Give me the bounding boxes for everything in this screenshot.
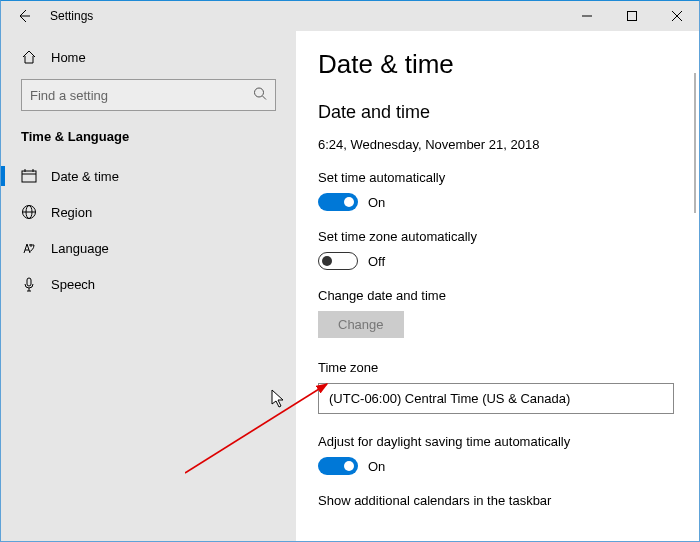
page-title: Date & time — [318, 49, 699, 80]
back-arrow-icon — [16, 8, 32, 24]
home-label: Home — [51, 50, 86, 65]
home-icon — [21, 49, 37, 65]
section-heading: Date and time — [318, 102, 699, 123]
close-button[interactable] — [654, 1, 699, 30]
titlebar: Settings — [1, 1, 699, 31]
nav-item-label: Language — [51, 241, 109, 256]
category-heading: Time & Language — [1, 129, 296, 158]
sidebar: Home Find a setting Time & Language Date… — [1, 31, 296, 541]
set-time-auto-toggle[interactable] — [318, 193, 358, 211]
nav-language[interactable]: Language — [1, 230, 296, 266]
main-panel: Date & time Date and time 6:24, Wednesda… — [296, 31, 699, 541]
nav-item-label: Region — [51, 205, 92, 220]
nav-region[interactable]: Region — [1, 194, 296, 230]
language-icon — [21, 240, 37, 256]
globe-icon — [21, 204, 37, 220]
timezone-label: Time zone — [318, 360, 699, 375]
svg-point-4 — [255, 88, 264, 97]
set-time-auto-state: On — [368, 195, 385, 210]
microphone-icon — [21, 276, 37, 292]
dst-toggle[interactable] — [318, 457, 358, 475]
nav-date-time[interactable]: Date & time — [1, 158, 296, 194]
set-tz-auto-state: Off — [368, 254, 385, 269]
dst-state: On — [368, 459, 385, 474]
current-datetime: 6:24, Wednesday, November 21, 2018 — [318, 137, 699, 152]
change-button: Change — [318, 311, 404, 338]
search-placeholder: Find a setting — [30, 88, 108, 103]
nav-speech[interactable]: Speech — [1, 266, 296, 302]
settings-window: Settings Home Find a setting Time & Lang… — [0, 0, 700, 542]
back-button[interactable] — [1, 1, 46, 30]
set-tz-auto-toggle[interactable] — [318, 252, 358, 270]
svg-line-5 — [263, 96, 267, 100]
timezone-select[interactable]: (UTC-06:00) Central Time (US & Canada) — [318, 383, 674, 414]
set-time-auto-label: Set time automatically — [318, 170, 699, 185]
content-area: Home Find a setting Time & Language Date… — [1, 31, 699, 541]
minimize-button[interactable] — [564, 1, 609, 30]
window-controls — [564, 1, 699, 30]
scrollbar[interactable] — [694, 73, 696, 213]
nav-item-label: Date & time — [51, 169, 119, 184]
change-datetime-label: Change date and time — [318, 288, 699, 303]
search-input[interactable]: Find a setting — [21, 79, 276, 111]
nav-item-label: Speech — [51, 277, 95, 292]
dst-label: Adjust for daylight saving time automati… — [318, 434, 699, 449]
home-nav[interactable]: Home — [1, 45, 296, 79]
svg-rect-1 — [627, 11, 636, 20]
svg-rect-6 — [22, 171, 36, 182]
extra-cal-label: Show additional calendars in the taskbar — [318, 493, 699, 508]
window-title: Settings — [50, 9, 564, 23]
date-time-icon — [21, 168, 37, 184]
maximize-button[interactable] — [609, 1, 654, 30]
svg-rect-13 — [27, 278, 31, 286]
timezone-value: (UTC-06:00) Central Time (US & Canada) — [329, 391, 570, 406]
maximize-icon — [627, 11, 637, 21]
search-icon — [253, 87, 267, 104]
set-tz-auto-label: Set time zone automatically — [318, 229, 699, 244]
close-icon — [672, 11, 682, 21]
minimize-icon — [582, 11, 592, 21]
